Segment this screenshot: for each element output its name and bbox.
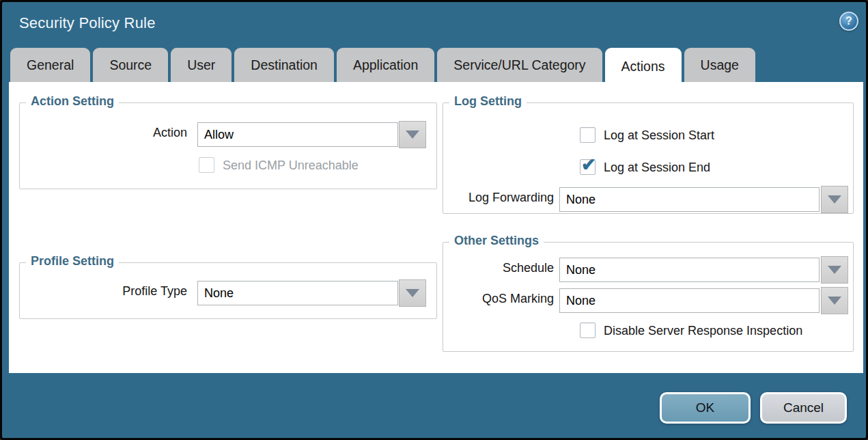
tab-user[interactable]: User [171, 48, 232, 82]
chevron-down-icon [406, 289, 419, 297]
action-dropdown-value: Allow [204, 128, 234, 142]
schedule-dropdown[interactable]: None [559, 258, 820, 282]
action-dropdown[interactable]: Allow [197, 122, 398, 147]
question-mark-glyph: ? [845, 16, 852, 27]
tab-usage[interactable]: Usage [684, 48, 755, 82]
dsri-checkbox[interactable] [580, 322, 596, 338]
qos-marking-dropdown[interactable]: None [559, 288, 820, 313]
dsri-label: Disable Server Response Inspection [604, 324, 802, 338]
log-session-start-checkbox[interactable] [580, 127, 596, 143]
other-settings-group: Other Settings Schedule None QoS Marking… [443, 242, 854, 352]
schedule-dropdown-button[interactable] [821, 256, 848, 284]
profile-setting-legend: Profile Setting [26, 254, 119, 269]
action-label: Action [20, 126, 187, 140]
qos-marking-dropdown-value: None [566, 294, 596, 308]
tab-general[interactable]: General [10, 48, 90, 82]
chevron-down-icon [406, 130, 419, 139]
profile-type-dropdown-value: None [204, 286, 234, 301]
log-forwarding-dropdown-button[interactable] [821, 186, 848, 213]
log-forwarding-dropdown[interactable]: None [559, 187, 820, 212]
profile-type-dropdown[interactable]: None [197, 281, 398, 305]
tab-actions[interactable]: Actions [605, 48, 682, 85]
action-setting-group: Action Setting Action Allow Send ICMP Un… [19, 102, 437, 189]
schedule-label: Schedule [443, 261, 554, 275]
tab-destination[interactable]: Destination [234, 48, 334, 82]
chevron-down-icon [828, 266, 841, 274]
profile-setting-group: Profile Setting Profile Type None [19, 262, 437, 319]
send-icmp-label: Send ICMP Unreachable [223, 159, 359, 173]
qos-marking-label: QoS Marking [443, 292, 554, 306]
action-dropdown-button[interactable] [399, 121, 426, 148]
schedule-dropdown-value: None [566, 263, 596, 277]
profile-type-label: Profile Type [20, 284, 187, 299]
chevron-down-icon [828, 297, 841, 305]
log-session-end-checkbox[interactable] [580, 159, 596, 175]
tab-application[interactable]: Application [337, 48, 434, 82]
cancel-button[interactable]: Cancel [760, 392, 847, 424]
log-forwarding-label: Log Forwarding [443, 191, 554, 205]
content-panel: Action Setting Action Allow Send ICMP Un… [9, 82, 863, 373]
help-icon[interactable]: ? [839, 12, 858, 31]
send-icmp-checkbox[interactable] [199, 157, 214, 173]
tab-source[interactable]: Source [93, 48, 168, 82]
tab-bar: General Source User Destination Applicat… [10, 48, 755, 82]
tab-service-url-category[interactable]: Service/URL Category [437, 48, 602, 82]
profile-type-dropdown-button[interactable] [399, 279, 426, 307]
ok-button[interactable]: OK [660, 392, 751, 424]
log-setting-legend: Log Setting [449, 94, 527, 109]
log-session-end-label: Log at Session End [604, 161, 710, 175]
dialog-title: Security Policy Rule [19, 14, 156, 32]
action-setting-legend: Action Setting [26, 94, 119, 109]
log-forwarding-dropdown-value: None [566, 193, 596, 207]
other-settings-legend: Other Settings [449, 234, 544, 248]
log-setting-group: Log Setting Log at Session Start Log at … [443, 102, 854, 214]
chevron-down-icon [828, 195, 841, 204]
security-policy-rule-dialog: Security Policy Rule ? General Source Us… [0, 0, 868, 440]
log-session-start-label: Log at Session Start [604, 128, 714, 143]
qos-marking-dropdown-button[interactable] [821, 287, 848, 314]
